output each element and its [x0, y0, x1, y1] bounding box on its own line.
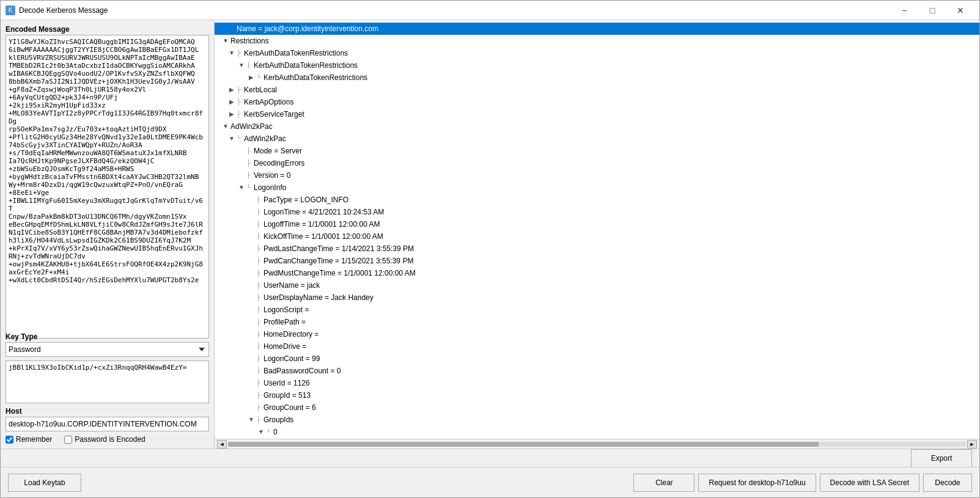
tree-connector-kickofftime: ├ [256, 231, 263, 242]
tree-item-homedir[interactable]: ├HomeDirectory = [215, 328, 979, 340]
horizontal-scrollbar[interactable]: ◄ ► [215, 439, 979, 449]
scroll-right-button[interactable]: ► [967, 440, 977, 449]
bottom-left: Load Keytab [8, 474, 630, 492]
password-encoded-checkbox[interactable] [64, 436, 72, 444]
tree-item-kerbauth1[interactable]: ▼├KerbAuthDataTokenRestrictions [215, 59, 979, 71]
password-encoded-label[interactable]: Password is Encoded [64, 435, 145, 444]
tree-connector-kerbservice: ├ [237, 109, 244, 120]
expand-icon-version [237, 170, 246, 180]
password-encoded-text: Password is Encoded [75, 435, 145, 444]
decode-button[interactable]: Decode [923, 474, 972, 492]
host-section: Host [6, 407, 209, 431]
tree-item-restrictions[interactable]: ▼Restrictions [215, 35, 979, 47]
right-panel: Name = jack@corp.identityintervention.co… [215, 20, 979, 449]
tree-item-displayname[interactable]: ├UserDisplayName = Jack Handey [215, 291, 979, 304]
tree-connector-userid: ├ [256, 378, 263, 389]
window-title: Decode Kerberos Message [19, 6, 890, 15]
minimize-button[interactable]: − [890, 1, 918, 20]
tree-text-homedir: HomeDirectory = [263, 329, 319, 340]
key-type-section: Key Type Password RC4 AES128 AES256 [6, 332, 209, 357]
maximize-button[interactable]: □ [918, 1, 946, 20]
expand-icon-logoninfo[interactable]: ▼ [237, 183, 246, 192]
host-input[interactable] [6, 417, 209, 431]
expand-icon-kerbauth[interactable]: ▼ [227, 48, 237, 58]
expand-icon-group0[interactable]: ▼ [256, 427, 266, 437]
tree-item-pactype[interactable]: ├PacType = LOGON_INFO [215, 194, 979, 206]
close-button[interactable]: ✕ [946, 1, 974, 20]
tree-item-profilepath[interactable]: ├ProfilePath = [215, 316, 979, 328]
expand-icon-displayname [246, 293, 256, 302]
tree-item-userid[interactable]: ├UserId = 1126 [215, 377, 979, 389]
key-type-dropdown[interactable]: Password RC4 AES128 AES256 [6, 342, 209, 357]
tree-item-pwdmustchange[interactable]: ├PwdMustChangeTime = 1/1/0001 12:00:00 A… [215, 267, 979, 279]
tree-item-kerblocal[interactable]: ▶├KerbLocal [215, 84, 979, 96]
tree-item-version[interactable]: ├Version = 0 [215, 169, 979, 181]
expand-icon-adwin2k[interactable]: ▼ [221, 122, 230, 131]
expand-icon-kerbservice[interactable]: ▶ [227, 109, 237, 119]
tree-item-groupid[interactable]: ├GroupId = 513 [215, 389, 979, 401]
h-scroll-thumb[interactable] [228, 442, 819, 447]
tree-item-name[interactable]: Name = jack@corp.identityintervention.co… [215, 23, 979, 35]
export-button[interactable]: Export [911, 449, 972, 467]
tree-connector-logofftime: ├ [256, 219, 263, 230]
tree-item-pwdcanchange[interactable]: ├PwdCanChangeTime = 1/15/2021 3:55:39 PM [215, 255, 979, 267]
tree-item-logoninfo[interactable]: ▼└LogonInfo [215, 181, 979, 194]
tree-text-version: Version = 0 [254, 170, 290, 181]
encoded-message-input[interactable] [6, 35, 209, 339]
tree-text-logonscript: LogonScript = [263, 304, 309, 315]
expand-icon-pactype [246, 195, 256, 205]
tree-item-kerbauth2[interactable]: ▶└KerbAuthDataTokenRestrictions [215, 71, 979, 84]
tree-item-adwin2k-sub[interactable]: ▼└AdWin2kPac [215, 133, 979, 145]
clear-button[interactable]: Clear [633, 474, 694, 492]
tree-text-username: UserName = jack [263, 280, 320, 291]
tree-text-homedrive: HomeDrive = [263, 341, 306, 352]
tree-item-kerbap[interactable]: ▶├KerbApOptions [215, 96, 979, 108]
tree-connector-username: ├ [256, 280, 263, 291]
request-button[interactable]: Request for desktop-h71o9uu [698, 474, 816, 492]
encoded-message-label: Encoded Message [6, 25, 209, 34]
tree-connector-groupid: ├ [256, 390, 263, 401]
tree-item-kerbservice[interactable]: ▶├KerbServiceTarget [215, 108, 979, 120]
expand-icon-kerbauth2[interactable]: ▶ [246, 73, 256, 82]
tree-item-adwin2k[interactable]: ▼AdWin2kPac [215, 120, 979, 133]
decode-lsa-button[interactable]: Decode with LSA Secret [820, 474, 919, 492]
tree-connector-version: ├ [246, 170, 254, 181]
tree-item-groupcount[interactable]: ├GroupCount = 6 [215, 401, 979, 414]
tree-item-logoncount[interactable]: ├LogonCount = 99 [215, 353, 979, 365]
expand-icon-pwdcanchange [246, 256, 256, 266]
remember-label[interactable]: Remember [6, 435, 52, 444]
key-value-input[interactable] [6, 361, 209, 403]
tree-text-restrictions: Restrictions [230, 35, 269, 46]
tree-item-kickofftime[interactable]: ├KickOffTime = 1/1/0001 12:00:00 AM [215, 230, 979, 243]
tree-item-pwdlastchange[interactable]: ├PwdLastChangeTime = 1/14/2021 3:55:39 P… [215, 243, 979, 255]
tree-connector-badpwd: ├ [256, 365, 263, 376]
tree-text-pwdcanchange: PwdCanChangeTime = 1/15/2021 3:55:39 PM [263, 255, 413, 266]
tree-item-badpwd[interactable]: ├BadPasswordCount = 0 [215, 365, 979, 377]
expand-icon-kerbap[interactable]: ▶ [227, 97, 237, 107]
tree-item-mode[interactable]: ├Mode = Server [215, 145, 979, 157]
tree-item-username[interactable]: ├UserName = jack [215, 279, 979, 291]
tree-view[interactable]: Name = jack@corp.identityintervention.co… [215, 20, 979, 439]
tree-text-pactype: PacType = LOGON_INFO [263, 194, 348, 205]
tree-item-logontime[interactable]: ├LogonTime = 4/21/2021 10:24:53 AM [215, 206, 979, 218]
tree-item-group0[interactable]: ▼└0 [215, 426, 979, 438]
remember-checkbox[interactable] [6, 436, 13, 444]
tree-item-homedrive[interactable]: ├HomeDrive = [215, 340, 979, 353]
tree-text-decodingerrors: DecodingErrors [254, 158, 304, 169]
expand-icon-logoncount [246, 354, 256, 364]
tree-text-kerbservice: KerbServiceTarget [244, 109, 304, 120]
expand-icon-kickofftime [246, 232, 256, 241]
scroll-left-button[interactable]: ◄ [217, 440, 227, 449]
expand-icon-kerbauth1[interactable]: ▼ [237, 60, 246, 70]
expand-icon-restrictions[interactable]: ▼ [221, 36, 230, 46]
expand-icon-adwin2k-sub[interactable]: ▼ [227, 134, 237, 144]
expand-icon-groupids[interactable]: ▼ [246, 415, 256, 425]
load-keytab-button[interactable]: Load Keytab [8, 474, 81, 492]
h-scroll-track[interactable] [228, 442, 966, 447]
expand-icon-kerblocal[interactable]: ▶ [227, 85, 237, 95]
tree-item-logofftime[interactable]: ├LogoffTime = 1/1/0001 12:00:00 AM [215, 218, 979, 230]
tree-item-groupids[interactable]: ▼├GroupIds [215, 414, 979, 426]
tree-item-logonscript[interactable]: ├LogonScript = [215, 304, 979, 316]
tree-item-decodingerrors[interactable]: ├DecodingErrors [215, 157, 979, 169]
tree-item-kerbauth[interactable]: ▼├KerbAuthDataTokenRestrictions [215, 47, 979, 59]
